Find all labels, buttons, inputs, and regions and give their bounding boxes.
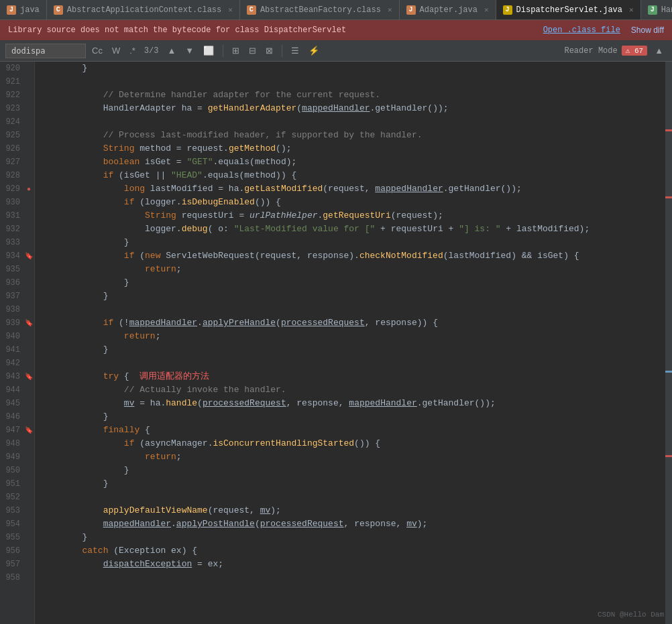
- line-row: 954: [0, 517, 34, 531]
- line-row: 925: [0, 129, 34, 142]
- line-row: 944: [0, 383, 34, 397]
- line-number: 940: [0, 332, 25, 341]
- reader-mode-section: Reader Mode ⚠ 67 ▲: [564, 44, 667, 57]
- token: (logger.: [134, 196, 181, 209]
- token: .: [171, 517, 176, 531]
- token: .: [317, 209, 323, 223]
- line-row: 933: [0, 236, 34, 249]
- token: String: [145, 209, 176, 223]
- code-line: logger.debug( o: "Last-Modified value fo…: [35, 223, 665, 236]
- tab-dispatcher-servlet[interactable]: J DispatcherServlet.java ✕: [496, 0, 641, 20]
- format-button[interactable]: ☰: [288, 44, 302, 57]
- code-line: if (asyncManager.isConcurrentHandlingSta…: [35, 437, 665, 450]
- token: ()) {: [255, 196, 281, 209]
- code-line: return;: [35, 263, 665, 276]
- token: requestUri =: [176, 209, 249, 223]
- tab-java[interactable]: J java: [0, 0, 47, 20]
- token: "HEAD": [171, 169, 203, 182]
- token: {: [119, 370, 139, 383]
- line-number: 947: [0, 426, 25, 435]
- code-line: dispatchException = ex;: [35, 558, 665, 571]
- token: .equals(method);: [213, 155, 296, 169]
- filter-button-2[interactable]: ⊟: [245, 44, 260, 57]
- find-mode-button[interactable]: ⬜: [200, 44, 217, 57]
- line-marker: ●: [25, 186, 32, 193]
- error-count-badge[interactable]: ⚠ 67: [622, 46, 647, 56]
- tab-abstract-bean-factory[interactable]: C AbstractBeanFactory.class ✕: [240, 0, 400, 20]
- line-number: 957: [0, 560, 25, 569]
- line-number: 948: [0, 439, 25, 448]
- token: "GET": [186, 155, 213, 169]
- filter-button-1[interactable]: ⊞: [229, 44, 243, 57]
- token: getMethod: [229, 142, 276, 155]
- tab-abstract-app-context[interactable]: C AbstractApplicationContext.class ✕: [47, 0, 240, 20]
- code-line: if (new ServletWebRequest(request, respo…: [35, 249, 665, 263]
- code-editor[interactable]: } // Determine handler adapter for the c…: [35, 62, 665, 624]
- token: (lastModified) && isGet) {: [443, 249, 579, 263]
- line-number: 956: [0, 546, 25, 556]
- token: method = request.: [134, 142, 228, 155]
- line-number: 943: [0, 372, 25, 381]
- line-row: 952: [0, 491, 34, 504]
- line-row: 934🔖: [0, 249, 34, 263]
- code-line: if (isGet || "HEAD".equals(method)) {: [35, 169, 665, 182]
- code-line: }: [35, 290, 665, 303]
- code-line: }: [35, 343, 665, 357]
- line-row: 948: [0, 437, 34, 450]
- line-row: 924: [0, 115, 34, 129]
- code-line: catch (Exception ex) {: [35, 544, 665, 558]
- tab-close-aac[interactable]: ✕: [228, 5, 233, 14]
- tab-icon-java: J: [7, 5, 16, 15]
- search-input[interactable]: [5, 44, 86, 58]
- next-match-button[interactable]: ▼: [182, 44, 197, 57]
- show-diff-button[interactable]: Show diff: [631, 25, 664, 35]
- token: (request,: [208, 504, 260, 517]
- tab-close-ds[interactable]: ✕: [629, 5, 634, 14]
- case-sensitive-button[interactable]: Cc: [89, 44, 106, 57]
- token: logger.: [145, 223, 182, 236]
- debug-marker: ●: [27, 186, 31, 193]
- code-line: String method = request.getMethod();: [35, 142, 665, 155]
- token: (!: [113, 316, 129, 330]
- line-row: 943🔖: [0, 370, 34, 383]
- token: + lastModified);: [501, 223, 590, 236]
- whole-word-button[interactable]: W: [109, 44, 123, 57]
- line-number: 922: [0, 90, 25, 100]
- tab-label-ha: HandlerAdapter.java: [661, 5, 672, 15]
- toolbar-separator-1: [223, 45, 223, 57]
- line-number: 920: [0, 64, 25, 73]
- tab-close-abf[interactable]: ✕: [388, 5, 392, 14]
- token: 调用适配器的方法: [139, 370, 209, 383]
- prev-match-button[interactable]: ▲: [164, 44, 179, 57]
- line-number: 929: [0, 184, 25, 194]
- token: // Determine handler adapter for the cur…: [103, 88, 380, 102]
- token: ( o:: [208, 223, 234, 236]
- line-marker: 🔖: [25, 319, 32, 327]
- token: , response)) {: [365, 316, 438, 330]
- line-row: 945: [0, 397, 34, 410]
- line-row: 953: [0, 504, 34, 517]
- code-line: finally {: [35, 424, 665, 437]
- error-count: 67: [634, 47, 643, 55]
- line-row: 951: [0, 477, 34, 491]
- attribution: CSDN @Hello Dam: [598, 611, 664, 619]
- line-number: 946: [0, 412, 25, 422]
- open-class-file-link[interactable]: Open .class file: [543, 25, 620, 35]
- token: return: [124, 330, 156, 343]
- tab-handler-adapter[interactable]: J HandlerAdapter.java ✕: [641, 0, 672, 20]
- line-number: 936: [0, 278, 25, 288]
- filter-button-3[interactable]: ⊠: [262, 44, 276, 57]
- line-number: 942: [0, 359, 25, 368]
- line-number: 944: [0, 385, 25, 395]
- collapse-button[interactable]: ▲: [651, 44, 667, 57]
- scroll-indicator[interactable]: [665, 62, 672, 624]
- scroll-mark-2: [665, 196, 672, 198]
- token: , response,: [286, 397, 349, 410]
- filter-icon-button[interactable]: ⚡: [305, 44, 323, 57]
- tab-close-adapter[interactable]: ✕: [484, 5, 489, 14]
- tab-adapter-java[interactable]: J Adapter.java ✕: [400, 0, 496, 20]
- regex-button[interactable]: .*: [126, 44, 139, 57]
- line-number: 955: [0, 533, 25, 542]
- token: if: [103, 169, 114, 182]
- line-row: 942: [0, 357, 34, 370]
